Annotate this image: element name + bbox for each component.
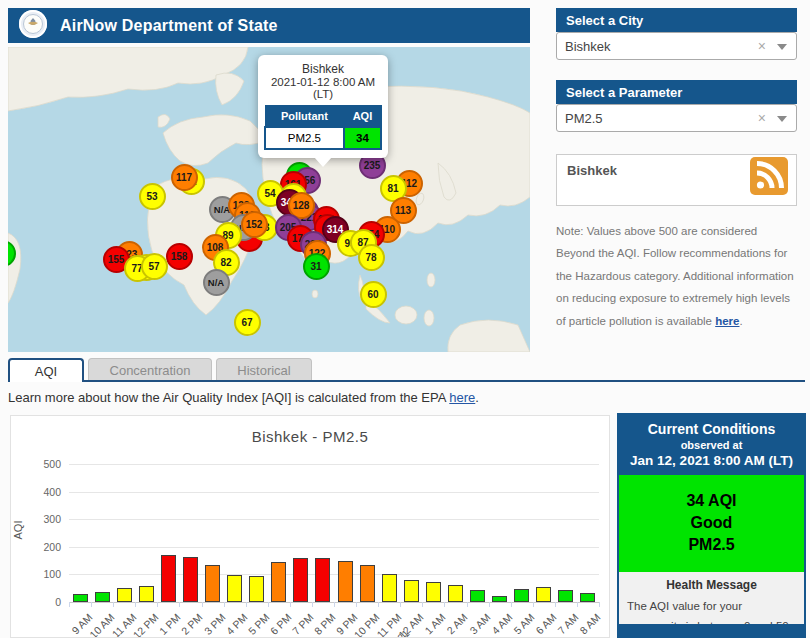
- learn-more-prefix: Learn more about how the Air Quality Ind…: [8, 390, 449, 405]
- city-clear-icon[interactable]: ×: [758, 38, 766, 54]
- current-conditions-footer: [619, 624, 804, 636]
- tab-concentration-label: Concentration: [110, 363, 191, 378]
- gridline: [69, 574, 599, 575]
- x-axis-tick-mark: [533, 602, 534, 607]
- chart-bar[interactable]: [360, 565, 375, 602]
- parameter-clear-icon[interactable]: ×: [758, 110, 766, 126]
- x-axis-tick-mark: [268, 602, 269, 607]
- aqi-category: Good: [619, 514, 804, 532]
- x-axis-tick-mark: [356, 602, 357, 607]
- chart-bar[interactable]: [73, 594, 88, 602]
- map-marker[interactable]: 53: [139, 183, 166, 210]
- map-marker[interactable]: 158: [166, 243, 193, 270]
- current-conditions-title: Current Conditions: [623, 421, 800, 437]
- observed-datetime: Jan 12, 2021 8:00 AM (LT): [623, 453, 800, 468]
- chart-bar[interactable]: [448, 585, 463, 602]
- gridline: [69, 519, 599, 520]
- map-marker[interactable]: 60: [360, 281, 387, 308]
- chart-bar[interactable]: [338, 561, 353, 602]
- tab-aqi[interactable]: AQI: [8, 358, 84, 382]
- chart-bar[interactable]: [426, 582, 441, 602]
- tabs-underline: [8, 380, 805, 382]
- map-marker[interactable]: 117: [171, 164, 198, 191]
- current-conditions-header: Current Conditions observed at Jan 12, 2…: [619, 415, 804, 475]
- popup-datetime: 2021-01-12 8:00 AM: [264, 76, 382, 88]
- x-axis-tick-mark: [69, 602, 70, 607]
- chart-bar[interactable]: [470, 590, 485, 602]
- map-marker[interactable]: N/A: [203, 269, 230, 296]
- city-select-value: Bishkek: [565, 39, 611, 54]
- chart-bar[interactable]: [271, 562, 286, 602]
- note-here-link[interactable]: here: [715, 315, 739, 327]
- chart-bar[interactable]: [536, 587, 551, 602]
- x-axis-tick-mark: [467, 602, 468, 607]
- chart-bar[interactable]: [117, 588, 132, 602]
- map-popup: Bishkek 2021-01-12 8:00 AM (LT) Pollutan…: [258, 55, 388, 158]
- chart-bar[interactable]: [205, 565, 220, 602]
- chart-bar[interactable]: [249, 576, 264, 602]
- popup-aqi-value: 34: [344, 127, 381, 149]
- chart-bar[interactable]: [558, 590, 573, 602]
- chart-bar[interactable]: [161, 555, 176, 602]
- chart-bar[interactable]: [293, 558, 308, 602]
- tab-historical[interactable]: Historical: [216, 358, 312, 382]
- learn-more-suffix: .: [475, 390, 479, 405]
- aqi-summary-box: 34 AQI Good PM2.5: [619, 475, 804, 572]
- chart-bar[interactable]: [382, 574, 397, 602]
- rss-icon[interactable]: [750, 157, 788, 198]
- note-suffix: .: [739, 315, 742, 327]
- x-axis-tick-mark: [555, 602, 556, 607]
- chart-bar[interactable]: [227, 575, 242, 602]
- map-marker[interactable]: 57: [141, 253, 168, 280]
- app-title: AirNow Department of State: [60, 17, 278, 35]
- chart-bar[interactable]: [139, 586, 154, 602]
- chart-bar[interactable]: [183, 557, 198, 602]
- tab-concentration[interactable]: Concentration: [88, 358, 212, 382]
- feed-city-label: Bishkek: [567, 163, 617, 178]
- city-caret-down-icon[interactable]: [777, 44, 787, 50]
- popup-col-aqi: AQI: [344, 106, 381, 128]
- world-map[interactable]: 5211753235356161911128154N/A128110341234…: [8, 47, 530, 352]
- y-axis-tick-label: 300: [23, 513, 61, 525]
- y-axis-tick-label: 400: [23, 486, 61, 498]
- chart-bar[interactable]: [95, 592, 110, 602]
- chart-bar[interactable]: [580, 593, 595, 602]
- map-marker[interactable]: 78: [358, 244, 385, 271]
- x-axis-tick-mark: [312, 602, 313, 607]
- popup-timezone: (LT): [264, 88, 382, 100]
- map-marker[interactable]: 152: [241, 211, 268, 238]
- city-select[interactable]: Bishkek ×: [556, 32, 797, 60]
- dos-seal-logo: [18, 9, 48, 43]
- parameter-caret-down-icon[interactable]: [777, 116, 787, 122]
- x-axis-tick-mark: [400, 602, 401, 607]
- parameter-select[interactable]: PM2.5 ×: [556, 104, 797, 132]
- map-marker[interactable]: 31: [303, 253, 330, 280]
- x-axis-tick-mark: [202, 602, 203, 607]
- note-text: Note: Values above 500 are considered Be…: [556, 220, 797, 332]
- chart-bar[interactable]: [315, 558, 330, 602]
- popup-pollutant-value: PM2.5: [265, 127, 344, 149]
- gridline: [69, 464, 599, 465]
- chart-bar[interactable]: [492, 596, 507, 602]
- x-axis-tick-mark: [135, 602, 136, 607]
- aqi-value-line: 34 AQI: [619, 492, 804, 510]
- chart-bar[interactable]: [404, 580, 419, 602]
- observed-at-label: observed at: [623, 439, 800, 451]
- learn-more-here-link[interactable]: here: [449, 390, 475, 405]
- feed-box: Bishkek: [556, 154, 797, 206]
- y-axis-tick-label: 200: [23, 541, 61, 553]
- tab-aqi-label: AQI: [35, 364, 57, 379]
- x-axis-tick-mark: [113, 602, 114, 607]
- x-axis-tick-mark: [179, 602, 180, 607]
- popup-col-pollutant: Pollutant: [265, 106, 344, 128]
- x-axis-tick-mark: [290, 602, 291, 607]
- popup-table: Pollutant AQI PM2.5 34: [264, 105, 382, 150]
- y-axis-tick-label: 100: [23, 568, 61, 580]
- x-axis-tick-mark: [577, 602, 578, 607]
- chart-bar[interactable]: [514, 589, 529, 602]
- x-axis-tick-mark: [599, 602, 600, 607]
- map-marker[interactable]: 67: [234, 309, 261, 336]
- city-widget-header: Select a City: [556, 8, 797, 32]
- x-axis-tick-mark: [511, 602, 512, 607]
- x-axis-tick-mark: [334, 602, 335, 607]
